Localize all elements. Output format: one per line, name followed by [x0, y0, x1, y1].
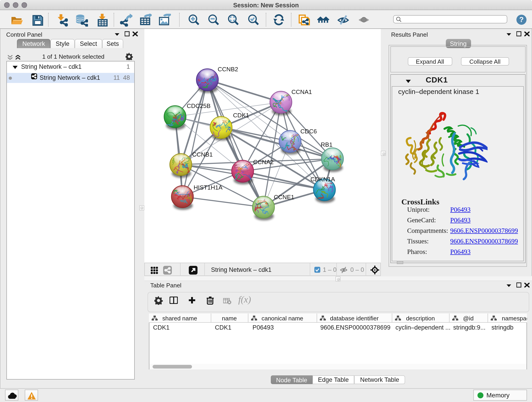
svg-text:CCNA2: CCNA2 [253, 159, 273, 166]
svg-text:CDC6: CDC6 [300, 128, 317, 135]
svg-text:CDKN1A: CDKN1A [310, 176, 335, 183]
svg-text:CCNE1: CCNE1 [273, 194, 294, 201]
svg-text:CCNB2: CCNB2 [217, 66, 238, 73]
svg-text:HIST1H1A: HIST1H1A [193, 184, 222, 191]
svg-text:CDC25B: CDC25B [186, 102, 210, 109]
svg-text:CDK1: CDK1 [233, 112, 249, 119]
svg-text:CCNA1: CCNA1 [291, 89, 312, 95]
svg-text:CCNB1: CCNB1 [192, 151, 212, 158]
svg-text:RB1: RB1 [321, 141, 332, 148]
